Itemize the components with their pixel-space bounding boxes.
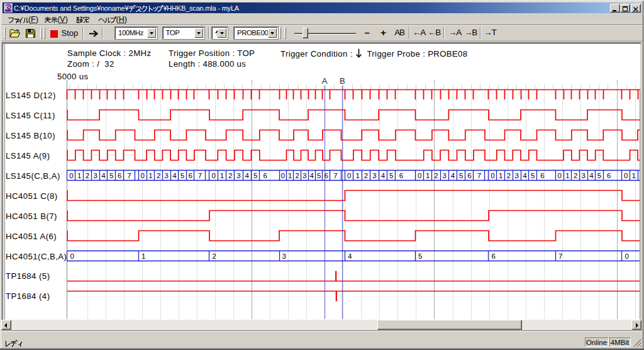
svg-text:0: 0	[418, 172, 421, 179]
svg-text:0: 0	[491, 172, 494, 179]
svg-text:3: 3	[282, 252, 286, 260]
svg-text:0: 0	[211, 172, 215, 179]
svg-text:1: 1	[565, 172, 569, 179]
svg-text:1: 1	[142, 252, 145, 260]
svg-text:1: 1	[288, 172, 292, 179]
svg-text:5: 5	[418, 252, 422, 260]
svg-text:4: 4	[172, 172, 177, 179]
svg-text:B: B	[340, 76, 345, 86]
svg-text:4: 4	[245, 172, 250, 179]
svg-text:5: 5	[531, 172, 535, 179]
svg-text:2: 2	[434, 172, 438, 179]
svg-text:2: 2	[574, 172, 577, 179]
svg-text:2: 2	[507, 172, 511, 179]
svg-text:5: 5	[253, 172, 257, 179]
svg-text:7: 7	[333, 172, 337, 179]
svg-text:0: 0	[347, 172, 351, 179]
svg-text:0: 0	[70, 252, 74, 260]
svg-text:4: 4	[381, 172, 386, 179]
svg-text:5: 5	[597, 172, 601, 179]
svg-text:0: 0	[141, 172, 145, 179]
svg-text:4: 4	[451, 172, 455, 179]
svg-text:2: 2	[296, 172, 299, 179]
svg-text:0: 0	[624, 172, 628, 179]
svg-text:5: 5	[459, 172, 463, 179]
svg-text:6: 6	[264, 172, 267, 179]
svg-text:A: A	[322, 76, 328, 86]
svg-text:7: 7	[198, 172, 202, 179]
svg-text:6: 6	[399, 172, 403, 179]
svg-text:1: 1	[220, 172, 224, 179]
svg-text:6: 6	[118, 172, 121, 179]
svg-text:3: 3	[514, 172, 518, 179]
svg-text:6: 6	[325, 172, 328, 179]
svg-text:3: 3	[94, 172, 97, 179]
svg-text:4: 4	[523, 172, 527, 179]
svg-text:4: 4	[589, 172, 594, 179]
svg-text:6: 6	[467, 172, 471, 179]
svg-text:4: 4	[348, 252, 352, 260]
svg-text:5: 5	[109, 172, 113, 179]
svg-text:3: 3	[165, 172, 169, 179]
svg-text:1: 1	[426, 172, 430, 179]
svg-text:3: 3	[372, 172, 376, 179]
svg-text:1: 1	[148, 172, 152, 179]
svg-text:6: 6	[188, 172, 192, 179]
svg-text:6: 6	[540, 172, 544, 179]
svg-text:0: 0	[281, 172, 285, 179]
svg-text:7: 7	[477, 172, 481, 179]
svg-text:2: 2	[157, 172, 160, 179]
svg-text:3: 3	[303, 172, 306, 179]
svg-text:7: 7	[127, 172, 131, 179]
svg-text:1: 1	[632, 172, 636, 179]
svg-text:2: 2	[228, 172, 232, 179]
svg-text:2: 2	[86, 172, 89, 179]
svg-text:5: 5	[180, 172, 184, 179]
svg-text:6: 6	[492, 252, 496, 260]
svg-text:4: 4	[101, 172, 106, 179]
svg-text:7: 7	[558, 252, 562, 260]
svg-text:3: 3	[236, 172, 240, 179]
svg-text:0: 0	[558, 172, 562, 179]
svg-text:3: 3	[581, 172, 585, 179]
svg-text:6: 6	[607, 172, 611, 179]
svg-text:2: 2	[364, 172, 368, 179]
svg-text:0: 0	[69, 172, 73, 179]
svg-text:3: 3	[443, 172, 447, 179]
svg-text:2: 2	[213, 252, 216, 260]
svg-text:1: 1	[355, 172, 359, 179]
svg-text:1: 1	[499, 172, 502, 179]
svg-text:5: 5	[317, 172, 321, 179]
svg-text:1: 1	[77, 172, 81, 179]
svg-text:4: 4	[310, 172, 314, 179]
svg-text:5: 5	[389, 172, 393, 179]
svg-text:0: 0	[625, 252, 629, 260]
